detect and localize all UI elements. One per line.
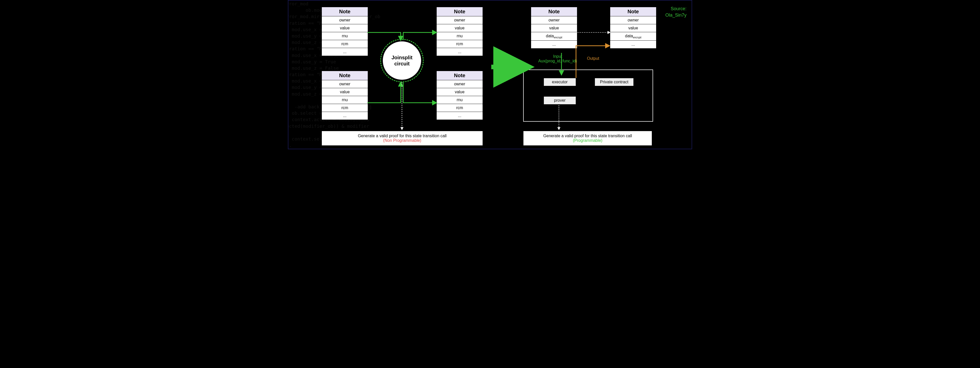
prover-box: prover (544, 96, 576, 104)
proof-box-nonprog: Generate a valid proof for this state tr… (321, 131, 483, 146)
proof-box-prog: Generate a valid proof for this state tr… (523, 131, 652, 146)
note-output-a: Note owner value rnu rcm ... (436, 7, 483, 56)
private-contract-box: Private contract (595, 78, 634, 86)
note-prog-output: Note owner value dataencrypt ... (610, 7, 656, 48)
note-prog-input: Note owner value dataencrypt ... (531, 7, 577, 48)
executor-box: executor (544, 78, 576, 86)
label-input: InputAux{prog_id, func_id} (526, 54, 590, 63)
note-output-b: Note owner value rnu rcm ... (436, 71, 483, 120)
joinsplit-circle: Joinsplitcircuit (380, 39, 424, 82)
note-input-a: Note owner value rnu rcm ... (321, 7, 368, 56)
executor-frame (523, 69, 653, 122)
diagram-canvas: irror_mod ob.modifiers_new("m rror_mod.m… (288, 0, 692, 149)
note-input-b: Note owner value rnu rcm ... (321, 71, 368, 120)
source-credit: Source: Ola_Sin7y (665, 6, 687, 18)
label-output: Output (587, 56, 599, 61)
